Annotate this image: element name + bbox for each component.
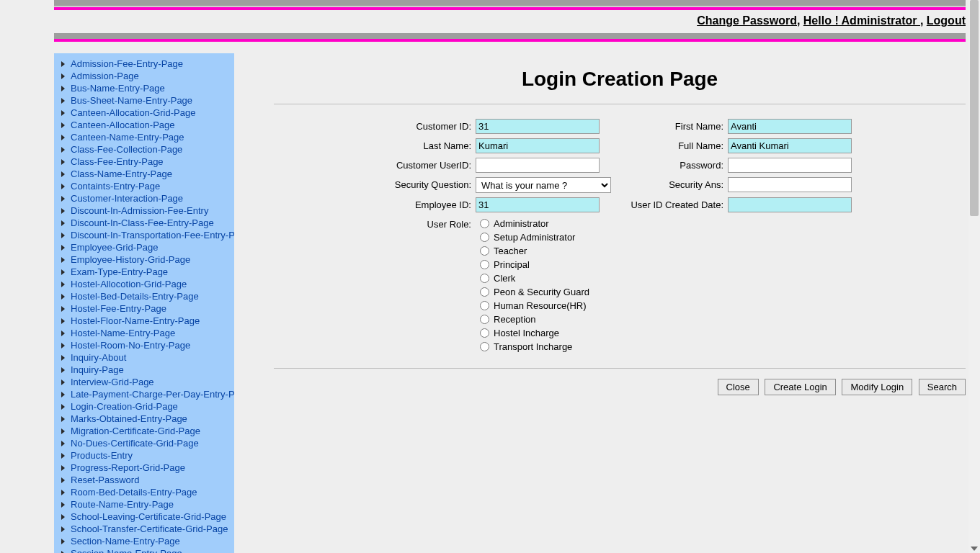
- sidebar-item-label: Hostel-Bed-Details-Entry-Page: [71, 291, 199, 302]
- sidebar-item[interactable]: Interview-Grid-Page: [54, 376, 234, 388]
- sidebar-item-label: Containts-Entry-Page: [71, 181, 160, 192]
- sidebar-item[interactable]: Hostel-Room-No-Entry-Page: [54, 339, 234, 351]
- sidebar-item[interactable]: Section-Name-Entry-Page: [54, 535, 234, 547]
- sidebar-item[interactable]: Reset-Password: [54, 474, 234, 486]
- triangle-icon: [61, 73, 65, 79]
- sidebar-item[interactable]: School-Leaving-Certificate-Grid-Page: [54, 511, 234, 523]
- sidebar-item-label: Admission-Fee-Entry-Page: [71, 58, 183, 69]
- triangle-icon: [61, 61, 65, 67]
- role-radio[interactable]: [480, 260, 489, 269]
- triangle-icon: [61, 355, 65, 361]
- mid-magenta-bar: [54, 39, 966, 42]
- sidebar-item-label: Employee-Grid-Page: [71, 242, 158, 253]
- sidebar-item-label: Login-Creation-Grid-Page: [71, 401, 178, 412]
- sidebar-item-label: School-Leaving-Certificate-Grid-Page: [71, 511, 226, 522]
- sidebar-item[interactable]: School-Transfer-Certificate-Grid-Page: [54, 523, 234, 535]
- role-option[interactable]: Teacher: [480, 244, 858, 258]
- sidebar-item[interactable]: Login-Creation-Grid-Page: [54, 400, 234, 413]
- triangle-icon: [61, 184, 65, 189]
- sidebar-item[interactable]: Class-Name-Entry-Page: [54, 168, 234, 180]
- role-option[interactable]: Peon & Security Guard: [480, 285, 858, 299]
- sidebar-item[interactable]: Class-Fee-Entry-Page: [54, 156, 234, 168]
- sidebar-item[interactable]: Canteen-Name-Entry-Page: [54, 131, 234, 143]
- sidebar-item[interactable]: Canteen-Allocation-Grid-Page: [54, 107, 234, 119]
- triangle-icon: [61, 233, 65, 238]
- sidebar-item[interactable]: Customer-Interaction-Page: [54, 192, 234, 204]
- sidebar-item[interactable]: Late-Payment-Charge-Per-Day-Entry-Page: [54, 388, 234, 400]
- label-customer-userid: Customer UserID:: [274, 158, 476, 173]
- role-radio[interactable]: [480, 287, 489, 297]
- scroll-down-icon[interactable]: [971, 547, 978, 551]
- sidebar-item[interactable]: Bus-Sheet-Name-Entry-Page: [54, 94, 234, 107]
- top-gray-bar: [54, 0, 966, 6]
- role-option[interactable]: Setup Administrator: [480, 230, 858, 244]
- sidebar-item[interactable]: Hostel-Allocotion-Grid-Page: [54, 278, 234, 290]
- role-option[interactable]: Administrator: [480, 217, 858, 230]
- security-ans-field[interactable]: [728, 177, 852, 192]
- sidebar-item[interactable]: Discount-In-Class-Fee-Entry-Page: [54, 217, 234, 229]
- role-radio[interactable]: [480, 233, 489, 242]
- sidebar-item[interactable]: Hostel-Bed-Details-Entry-Page: [54, 290, 234, 302]
- sidebar-item[interactable]: Canteen-Allocation-Page: [54, 119, 234, 131]
- sidebar-item[interactable]: Migration-Certificate-Grid-Page: [54, 425, 234, 437]
- role-option[interactable]: Transport Incharge: [480, 340, 858, 354]
- scroll-thumb[interactable]: [970, 0, 979, 216]
- role-option[interactable]: Hostel Incharge: [480, 326, 858, 340]
- role-radio[interactable]: [480, 342, 489, 351]
- create-login-button[interactable]: Create Login: [765, 379, 835, 395]
- sidebar-item[interactable]: Employee-History-Grid-Page: [54, 253, 234, 266]
- sidebar-item[interactable]: Progress-Report-Grid-Page: [54, 462, 234, 474]
- sidebar-item[interactable]: Class-Fee-Collection-Page: [54, 143, 234, 156]
- sidebar-item[interactable]: Discount-In-Admission-Fee-Entry: [54, 204, 234, 217]
- role-radio[interactable]: [480, 301, 489, 310]
- triangle-icon: [61, 502, 65, 508]
- sidebar-item[interactable]: No-Dues-Certificate-Grid-Page: [54, 437, 234, 449]
- role-radio[interactable]: [480, 274, 489, 283]
- greeting-link[interactable]: Hello ! Administrator ,: [803, 14, 924, 27]
- sidebar-item[interactable]: Hostel-Floor-Name-Entry-Page: [54, 315, 234, 327]
- security-question-select[interactable]: What is your name ?: [476, 177, 611, 193]
- search-button[interactable]: Search: [919, 379, 966, 395]
- triangle-icon: [61, 122, 65, 128]
- sidebar-item[interactable]: Inquiry-About: [54, 351, 234, 364]
- role-radio[interactable]: [480, 219, 489, 228]
- role-option[interactable]: Principal: [480, 258, 858, 271]
- sidebar-item[interactable]: Containts-Entry-Page: [54, 180, 234, 192]
- role-radio[interactable]: [480, 315, 489, 324]
- sidebar-item[interactable]: Exam-Type-Entry-Page: [54, 266, 234, 278]
- sidebar-item[interactable]: Marks-Obtained-Entry-Page: [54, 413, 234, 425]
- sidebar-item-label: Customer-Interaction-Page: [71, 193, 183, 204]
- password-field[interactable]: [728, 158, 852, 173]
- customer-userid-field[interactable]: [476, 158, 600, 173]
- header-links: Change Password, Hello ! Administrator ,…: [54, 10, 966, 33]
- sidebar-item[interactable]: Route-Name-Entry-Page: [54, 498, 234, 511]
- sidebar-item[interactable]: Hostel-Name-Entry-Page: [54, 327, 234, 339]
- form-grid: Customer ID: First Name: Last Name: Full…: [274, 119, 966, 354]
- scrollbar[interactable]: [968, 0, 980, 553]
- triangle-icon: [61, 306, 65, 312]
- sidebar-item[interactable]: Inquiry-Page: [54, 364, 234, 376]
- role-option[interactable]: Human Resource(HR): [480, 299, 858, 313]
- modify-login-button[interactable]: Modify Login: [842, 379, 912, 395]
- sidebar-item[interactable]: Session-Name-Entry-Page: [54, 547, 234, 553]
- role-option[interactable]: Reception: [480, 313, 858, 326]
- sidebar-item[interactable]: Admission-Fee-Entry-Page: [54, 58, 234, 70]
- role-label: Transport Incharge: [494, 341, 572, 352]
- label-first-name: First Name:: [605, 119, 728, 134]
- role-option[interactable]: Clerk: [480, 271, 858, 285]
- role-label: Hostel Incharge: [494, 328, 559, 338]
- logout-link[interactable]: Logout: [927, 14, 966, 27]
- sidebar-item[interactable]: Employee-Grid-Page: [54, 241, 234, 253]
- sidebar-item[interactable]: Bus-Name-Entry-Page: [54, 82, 234, 94]
- sidebar-item[interactable]: Room-Bed-Details-Entry-Page: [54, 486, 234, 498]
- sidebar-item[interactable]: Admission-Page: [54, 70, 234, 82]
- role-radio[interactable]: [480, 246, 489, 256]
- sidebar-item[interactable]: Products-Entry: [54, 449, 234, 462]
- sidebar-item[interactable]: Hostel-Fee-Entry-Page: [54, 302, 234, 315]
- change-password-link[interactable]: Change Password,: [697, 14, 800, 27]
- triangle-icon: [61, 441, 65, 446]
- role-radio[interactable]: [480, 328, 489, 338]
- triangle-icon: [61, 220, 65, 226]
- close-button[interactable]: Close: [718, 379, 759, 395]
- sidebar-item[interactable]: Discount-In-Transportation-Fee-Entry-Pag…: [54, 229, 234, 241]
